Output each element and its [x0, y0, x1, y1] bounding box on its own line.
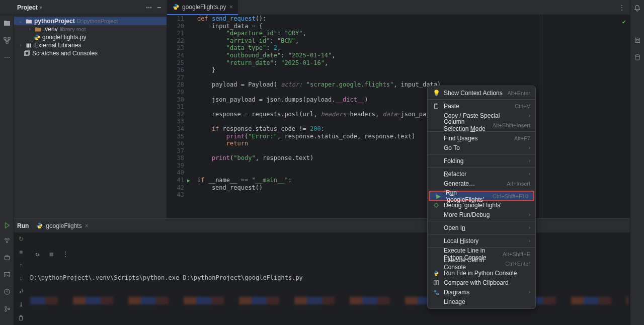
- code-content[interactable]: def send_request(): input_data = { "depa…: [195, 15, 630, 218]
- svg-rect-24: [437, 280, 438, 285]
- run-gutter[interactable]: ▶: [187, 15, 195, 218]
- menu-open-in[interactable]: Open In ›: [428, 223, 535, 232]
- svg-rect-25: [434, 290, 436, 291]
- tree-external-libs[interactable]: › External Libraries: [14, 41, 167, 49]
- run-console[interactable]: ↻ ■ ⋮ D:\pythonProject\.venv\Scripts\pyt…: [28, 233, 630, 325]
- menu-separator: [428, 234, 535, 234]
- chevron-right-icon: ›: [529, 113, 530, 118]
- right-margin-line: [542, 15, 542, 218]
- svg-point-5: [6, 241, 8, 243]
- tree-file-googleflights[interactable]: googleFlights.py: [14, 33, 167, 41]
- menu-go-to[interactable]: Go To ›: [428, 143, 535, 152]
- stop-small-icon[interactable]: ■: [47, 250, 55, 258]
- database-rail-icon[interactable]: [633, 53, 641, 61]
- library-icon: [25, 42, 32, 49]
- ai-rail-icon[interactable]: [633, 36, 641, 44]
- project-tool-header[interactable]: Project ▾ ⋯ −: [0, 0, 167, 15]
- menu-paste[interactable]: Paste Ctrl+V: [428, 101, 535, 111]
- editor-tab-googleflights[interactable]: googleFlights.py ×: [167, 0, 238, 15]
- editor-context-menu[interactable]: 💡 Show Context Actions Alt+Enter Paste C…: [427, 86, 536, 309]
- problems-rail-icon[interactable]: [3, 288, 11, 296]
- svg-rect-17: [30, 43, 31, 47]
- svg-point-14: [635, 55, 639, 57]
- project-path: D:\pythonProject: [77, 18, 118, 24]
- svg-rect-0: [4, 37, 6, 39]
- menu-generate[interactable]: Generate… Alt+Insert: [428, 179, 535, 188]
- svg-rect-15: [26, 43, 27, 47]
- menu-folding[interactable]: Folding ›: [428, 156, 535, 166]
- menu-find-usages[interactable]: Find Usages Alt+F7: [428, 133, 535, 143]
- rerun-icon[interactable]: ↻: [17, 235, 25, 243]
- menu-column-selection[interactable]: Column Selection Mode Alt+Shift+Insert: [428, 120, 535, 130]
- services-rail-icon[interactable]: [3, 254, 11, 262]
- rerun-small-icon[interactable]: ↻: [33, 250, 41, 258]
- close-icon[interactable]: ×: [229, 3, 233, 11]
- run-config-tab[interactable]: googleFlights ×: [34, 220, 90, 231]
- menu-compare-clipboard[interactable]: Compare with Clipboard: [428, 278, 535, 287]
- code-editor[interactable]: 1120212223242526272829303132333435363738…: [167, 15, 630, 218]
- tree-venv[interactable]: › .venv library root: [14, 25, 167, 33]
- run-rail-icon[interactable]: [3, 221, 11, 229]
- close-icon[interactable]: ×: [85, 222, 89, 229]
- menu-debug-googleflights[interactable]: Debug 'googleFlights': [428, 200, 535, 210]
- menu-run-googleflights[interactable]: ▶ Run 'googleFlights' Ctrl+Shift+F10: [429, 191, 534, 201]
- python-file-icon: [172, 4, 179, 11]
- stop-icon[interactable]: ■: [17, 248, 25, 256]
- project-rail-icon[interactable]: [3, 19, 11, 27]
- svg-point-11: [8, 308, 10, 310]
- svg-point-22: [435, 203, 438, 207]
- chevron-right-icon: ›: [529, 212, 530, 217]
- left-tool-rail: ⋯: [0, 15, 14, 325]
- python-packages-rail-icon[interactable]: [3, 236, 11, 245]
- debug-icon: [433, 202, 440, 208]
- up-icon[interactable]: ↑: [17, 261, 25, 269]
- folder-icon: [34, 26, 41, 33]
- project-label: Project: [17, 4, 38, 11]
- clear-icon[interactable]: [17, 313, 25, 321]
- chevron-right-icon: ›: [18, 43, 23, 48]
- notifications-rail-icon[interactable]: [633, 4, 641, 12]
- down-icon[interactable]: ↓: [17, 274, 25, 282]
- structure-rail-icon[interactable]: [3, 36, 11, 44]
- project-panel: ⌄ pythonProject D:\pythonProject › .venv…: [14, 15, 167, 218]
- menu-run-file-console[interactable]: Run File in Python Console: [428, 268, 535, 278]
- project-name: pythonProject: [34, 18, 75, 25]
- project-tree[interactable]: ⌄ pythonProject D:\pythonProject › .venv…: [14, 15, 167, 59]
- svg-point-10: [5, 310, 7, 312]
- scratches-label: Scratches and Consoles: [32, 50, 98, 57]
- diff-icon: [433, 280, 440, 286]
- menu-lineage[interactable]: Lineage: [428, 297, 535, 306]
- tree-root-project[interactable]: ⌄ pythonProject D:\pythonProject: [14, 17, 167, 25]
- right-tool-rail: [630, 0, 644, 325]
- diagram-icon: [433, 289, 440, 295]
- menu-exec-cell[interactable]: Execute Cell in Console Ctrl+Enter: [428, 259, 535, 268]
- svg-rect-12: [635, 38, 639, 43]
- redacted-output: [30, 297, 628, 304]
- console-empty: [30, 319, 628, 325]
- hide-icon[interactable]: −: [155, 4, 163, 12]
- chevron-right-icon: ›: [529, 145, 530, 150]
- menu-local-history[interactable]: Local History ›: [428, 236, 535, 246]
- more-rail-icon[interactable]: ⋯: [3, 53, 11, 61]
- terminal-rail-icon[interactable]: [3, 271, 11, 279]
- more-vert-icon[interactable]: ⋮: [61, 250, 69, 258]
- ext-libs-label: External Libraries: [34, 42, 81, 49]
- svg-point-3: [5, 238, 7, 240]
- line-number-gutter: 1120212223242526272829303132333435363738…: [167, 15, 187, 218]
- menu-more-run-debug[interactable]: More Run/Debug ›: [428, 210, 535, 219]
- menu-show-context-actions[interactable]: 💡 Show Context Actions Alt+Enter: [428, 88, 535, 98]
- python-file-icon: [433, 270, 440, 276]
- vcs-rail-icon[interactable]: [3, 305, 11, 313]
- more-horizontal-icon[interactable]: ⋯: [145, 4, 153, 12]
- svg-rect-21: [435, 103, 437, 104]
- menu-diagrams[interactable]: Diagrams ›: [428, 287, 535, 297]
- chevron-right-icon: ›: [529, 238, 530, 243]
- editor-more-icon[interactable]: ⋮: [614, 4, 630, 11]
- tree-scratches[interactable]: Scratches and Consoles: [14, 49, 167, 57]
- run-tabs: Run googleFlights ×: [14, 219, 630, 233]
- inspection-ok-icon[interactable]: ✔: [622, 18, 626, 26]
- soft-wrap-icon[interactable]: ↲: [17, 287, 25, 295]
- menu-refactor[interactable]: Refactor ›: [428, 169, 535, 179]
- scratches-icon: [23, 50, 30, 57]
- scroll-end-icon[interactable]: ⤓: [17, 300, 25, 308]
